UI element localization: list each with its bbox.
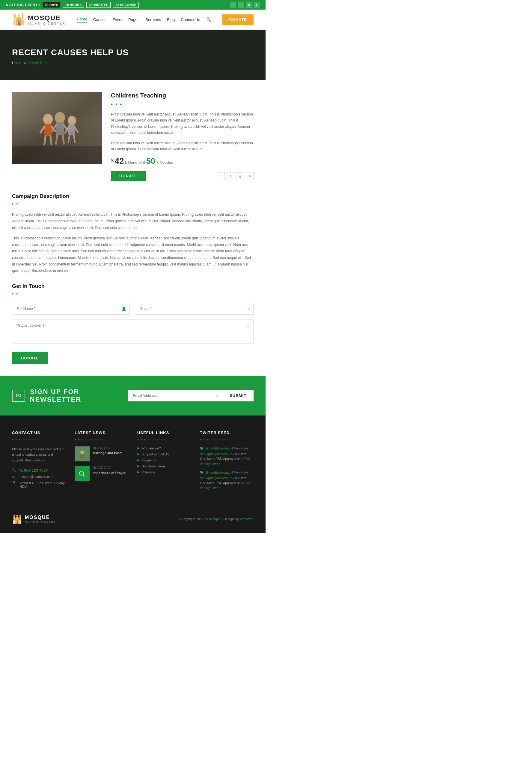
nav-causes[interactable]: Causes — [93, 17, 106, 22]
link-label-3: Donations Trens — [141, 464, 165, 468]
contact-form-row-2: ✏ — [12, 320, 254, 344]
main-nav: Home Causes Event Pages Sermons Blog Con… — [77, 17, 211, 22]
footer-contact-title: CONTACT US — [12, 430, 66, 435]
top-bar: NEXT BIG EVENT : 02 DAYS 19 HOURS 26 MIN… — [0, 0, 266, 10]
news-title-2[interactable]: Importance of Prayer — [93, 471, 126, 475]
rss-icon[interactable]: r — [254, 2, 260, 8]
share-twitter-icon[interactable]: t — [227, 172, 234, 180]
share-icons: f t g ✉ — [217, 172, 254, 180]
link-arrow-3: ▶ — [137, 464, 140, 468]
comment-input[interactable] — [12, 320, 254, 344]
news-thumb-2 — [75, 466, 90, 481]
footer-links-title: USEFUL LINKS — [137, 430, 191, 435]
footer-contact-dots: ••• — [12, 437, 66, 442]
email-icon: ✉ — [247, 306, 250, 311]
svg-line-11 — [64, 125, 67, 130]
twitter-text-0: http://goo.gl/kaArdJP Click Here, One Mo… — [200, 451, 254, 466]
logo-sub: ISLAMIC CENTER — [28, 22, 66, 25]
share-mail-icon[interactable]: ✉ — [246, 172, 254, 180]
event-label: NEXT BIG EVENT : — [6, 3, 40, 7]
link-arrow-2: ▶ — [137, 458, 140, 462]
twitter-text-1: http://goo.gl/kaArdJP Click Here, One Mo… — [200, 475, 254, 490]
breadcrumb-home[interactable]: Home — [12, 61, 22, 65]
twitter-link-1[interactable]: http://goo.gl/kaArdJP — [200, 476, 230, 480]
share-google-icon[interactable]: g — [236, 172, 244, 180]
campaign-text-1: Proin gravida nibh vel velit auctor aliq… — [12, 212, 254, 231]
svg-line-5 — [52, 126, 55, 131]
event-info: NEXT BIG EVENT : 02 DAYS 19 HOURS 26 MIN… — [6, 2, 139, 8]
twitter-link-0[interactable]: http://goo.gl/kaArdJP — [200, 452, 230, 456]
link-arrow-0: ▶ — [137, 446, 140, 450]
useful-link-4[interactable]: ▶ Volunteer — [137, 470, 191, 474]
newsletter-submit-button[interactable]: SUBMIT — [222, 390, 254, 401]
footer-news-col: LATEST NEWS ••• 20 AUG 2017 Marriage and… — [75, 430, 128, 495]
useful-link-2[interactable]: ▶ Payments — [137, 458, 191, 462]
svg-point-23 — [79, 471, 84, 475]
news-title-1[interactable]: Marriage and Islam — [93, 451, 123, 455]
footer-twitter-col: TWITER FEED ••• 🐦 @handtprakshay 4 Hours… — [200, 430, 254, 495]
nav-contact[interactable]: Contact Us — [181, 17, 200, 22]
footer-links-dots: ••• — [137, 437, 191, 442]
instagram-icon[interactable]: in — [246, 2, 252, 8]
svg-line-12 — [56, 135, 57, 144]
news-item-1: 20 AUG 2017 Marriage and Islam — [75, 446, 128, 461]
nav-blog[interactable]: Blog — [167, 17, 175, 22]
header: 🕌 MOSQUE ISLAMIC CENTER Home Causes Even… — [0, 10, 266, 30]
campaign-section: Campaign Description • • Proin gravida n… — [12, 193, 254, 274]
useful-link-0[interactable]: ▶ Who are we? — [137, 446, 191, 450]
footer-twitter-dots: ••• — [200, 437, 254, 442]
news-thumb-1 — [75, 446, 90, 461]
campaign-text-2: This is Photoshop's version of Lorem Ips… — [12, 235, 254, 274]
news-info-1: 20 AUG 2017 Marriage and Islam — [93, 446, 123, 461]
nav-pages[interactable]: Pages — [128, 17, 139, 22]
social-icons: f t in r — [230, 2, 260, 8]
cause-dots: • • • — [111, 101, 254, 108]
fullname-input[interactable] — [12, 303, 130, 315]
breadcrumb-current: Single Page — [29, 61, 49, 65]
nav-sermons[interactable]: Sermons — [145, 17, 161, 22]
cause-donate-button[interactable]: DONATE — [111, 171, 146, 181]
svg-rect-15 — [68, 124, 75, 135]
svg-line-16 — [65, 127, 68, 133]
newsletter-email-input[interactable] — [128, 390, 212, 401]
cause-progress: $ 42 k Done of $ 50 k Needed — [111, 156, 254, 166]
footer-address-text: Sector # 48, 123 Street, Colony, INDIA — [19, 481, 66, 488]
link-arrow-4: ▶ — [137, 470, 140, 474]
footer: CONTACT US ••• Please write your email a… — [0, 415, 266, 533]
logo[interactable]: 🕌 MOSQUE ISLAMIC CENTER — [12, 13, 66, 26]
hero-title: RECENT CAUSES HELP US — [12, 48, 254, 57]
svg-line-4 — [40, 126, 44, 132]
footer-phone: 📞 +1 800 123 4567 — [12, 468, 66, 472]
news-info-2: 20 AUG 2017 Importance of Prayer — [93, 466, 126, 481]
campaign-dots: • • — [12, 201, 254, 207]
email-input[interactable] — [136, 303, 254, 315]
footer-mosque: MOSQUE — [25, 515, 56, 520]
nav-event[interactable]: Event — [112, 17, 122, 22]
footer-email-address: mosque@example.com — [19, 475, 53, 478]
useful-link-1[interactable]: ▶ Support and FAQ's — [137, 452, 191, 456]
useful-link-3[interactable]: ▶ Donations Trens — [137, 464, 191, 468]
newsletter-section: ✉ SIGN UP FOR NEWSLETTER ✉ SUBMIT — [0, 376, 266, 415]
cause-image-placeholder — [12, 92, 102, 164]
link-label-2: Payments — [141, 458, 156, 462]
footer-mosque-link[interactable]: Mosque — [209, 517, 221, 521]
cause-info: Childrens Teaching • • • Proin gravida n… — [111, 92, 254, 181]
email-footer-icon: ✉ — [12, 475, 16, 479]
svg-line-10 — [52, 125, 56, 132]
twitter-icon[interactable]: t — [238, 2, 244, 8]
contact-submit-button[interactable]: DONATE — [12, 352, 48, 364]
cause-needed: 50 — [146, 156, 155, 165]
mosque-logo-icon: 🕌 — [12, 13, 25, 26]
header-donate-button[interactable]: DONATE — [222, 14, 254, 25]
share-facebook-icon[interactable]: f — [217, 172, 225, 180]
cause-image — [12, 92, 102, 164]
fullname-group: 👤 — [12, 303, 130, 315]
svg-point-8 — [55, 112, 65, 123]
search-icon[interactable]: 🔍 — [206, 17, 211, 22]
link-label-4: Volunteer — [141, 470, 155, 474]
facebook-icon[interactable]: f — [230, 2, 236, 8]
footer-webstrot-link[interactable]: Webstrot — [239, 517, 253, 521]
footer-contact-col: CONTACT US ••• Please write your email a… — [12, 430, 66, 495]
breadcrumb-arrow: ▶ — [24, 61, 27, 65]
nav-home[interactable]: Home — [77, 17, 87, 22]
